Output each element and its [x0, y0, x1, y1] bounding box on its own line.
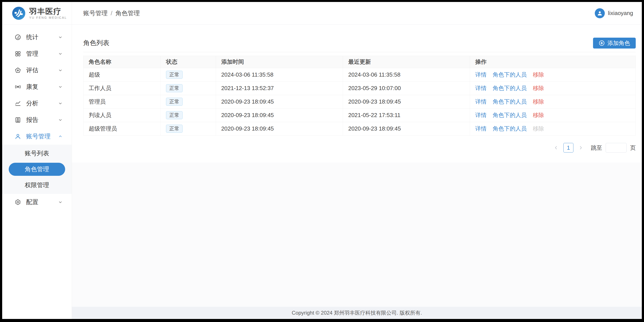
column-header: 操作: [470, 56, 636, 68]
dashboard-icon: [14, 34, 21, 41]
report-icon: [14, 116, 21, 123]
chart-line-icon: [14, 100, 21, 107]
app-window: 羽丰医疗 YU FENG MEDICAL 账号管理 / 角色管理 lixiaoy…: [2, 2, 642, 319]
table-row: 工作人员正常2021-12-13 13:52:372023-05-29 10:0…: [84, 82, 636, 95]
jump-to-label: 跳至: [591, 144, 602, 152]
sidebar-item-统计[interactable]: 统计: [2, 29, 72, 45]
role-list-card: 角色列表 添加角色 角色名称状态添加时间最近更新操作: [72, 24, 642, 162]
sidebar-item-label: 统计: [26, 33, 58, 41]
add-role-button-label: 添加角色: [608, 39, 630, 47]
remove-link[interactable]: 移除: [533, 71, 544, 78]
status-cell: 正常: [160, 122, 216, 136]
created-time-cell: 2020-09-23 18:09:45: [216, 122, 343, 136]
detail-link[interactable]: 详情: [475, 112, 486, 118]
rehab-icon: [14, 83, 21, 90]
updated-time-cell: 2023-05-29 10:07:00: [343, 82, 470, 95]
sidebar-subitem-角色管理[interactable]: 角色管理: [9, 163, 65, 176]
sidebar-menu: 统计管理评估康复分析报告账号管理账号列表角色管理权限管理配置: [2, 24, 72, 319]
role-members-link[interactable]: 角色下的人员: [492, 85, 526, 91]
actions-cell: 详情角色下的人员移除: [470, 82, 636, 95]
role-name-cell: 工作人员: [84, 82, 161, 95]
chevron-down-icon: [58, 118, 62, 122]
sidebar-item-报告[interactable]: 报告: [2, 112, 72, 128]
breadcrumb: 账号管理 / 角色管理: [72, 2, 595, 24]
pentagon-icon: [14, 67, 21, 74]
actions-cell: 详情角色下的人员移除: [470, 109, 636, 122]
detail-link[interactable]: 详情: [475, 71, 486, 78]
role-table: 角色名称状态添加时间最近更新操作 超级正常2024-03-06 11:35:58…: [83, 56, 636, 136]
chevron-down-icon: [58, 68, 62, 72]
next-page-button[interactable]: [577, 143, 585, 153]
role-members-link[interactable]: 角色下的人员: [492, 98, 526, 105]
status-badge: 正常: [166, 84, 182, 92]
remove-link[interactable]: 移除: [533, 98, 544, 105]
prev-page-button[interactable]: [552, 143, 560, 153]
brand-subtitle: YU FENG MEDICAL: [29, 16, 67, 19]
role-name-cell: 判读人员: [84, 109, 161, 122]
chevron-down-icon: [58, 35, 62, 39]
column-header: 添加时间: [216, 56, 343, 68]
created-time-cell: 2020-09-23 18:09:45: [216, 95, 343, 109]
column-header: 角色名称: [84, 56, 161, 68]
chevron-up-icon: [58, 134, 62, 139]
role-name-cell: 超级管理员: [84, 122, 161, 136]
breadcrumb-separator: /: [111, 10, 112, 17]
chevron-down-icon: [58, 52, 62, 56]
gear-icon: [14, 199, 21, 206]
add-role-button[interactable]: 添加角色: [593, 38, 636, 48]
remove-link[interactable]: 移除: [533, 112, 544, 118]
sidebar-item-label: 评估: [26, 66, 58, 74]
user-icon: [14, 133, 21, 140]
role-members-link[interactable]: 角色下的人员: [492, 125, 526, 132]
sidebar-item-label: 账号管理: [26, 132, 58, 141]
sidebar-item-label: 管理: [26, 50, 58, 58]
detail-link[interactable]: 详情: [475, 125, 486, 132]
page-number-button[interactable]: 1: [564, 143, 574, 153]
created-time-cell: 2020-09-23 18:09:45: [216, 109, 343, 122]
sidebar-item-分析[interactable]: 分析: [2, 95, 72, 112]
content-background: [72, 162, 642, 307]
breadcrumb-section[interactable]: 账号管理: [83, 9, 108, 17]
updated-time-cell: 2020-09-23 18:09:45: [343, 122, 470, 136]
table-row: 超级正常2024-03-06 11:35:582024-03-06 11:35:…: [84, 68, 636, 82]
table-row: 管理员正常2020-09-23 18:09:452020-09-23 18:09…: [84, 95, 636, 109]
role-name-cell: 管理员: [84, 95, 161, 109]
sidebar-item-label: 配置: [26, 198, 58, 206]
copyright-text: Copyright © 2024 郑州羽丰医疗科技有限公司. 版权所有.: [292, 309, 422, 316]
sidebar-item-label: 分析: [26, 99, 58, 108]
sidebar-item-账号管理[interactable]: 账号管理: [2, 128, 72, 145]
sidebar-item-label: 康复: [26, 83, 58, 91]
sidebar-item-管理[interactable]: 管理: [2, 45, 72, 62]
page-title: 角色列表: [83, 38, 636, 47]
remove-link: 移除: [533, 125, 544, 132]
remove-link[interactable]: 移除: [533, 85, 544, 91]
title-divider: [83, 52, 636, 52]
role-members-link[interactable]: 角色下的人员: [492, 71, 526, 78]
page-jump-input[interactable]: [606, 143, 626, 153]
sidebar-item-康复[interactable]: 康复: [2, 79, 72, 95]
actions-cell: 详情角色下的人员移除: [470, 68, 636, 82]
column-header: 最近更新: [343, 56, 470, 68]
sidebar-item-评估[interactable]: 评估: [2, 62, 72, 79]
sidebar-subitem-权限管理[interactable]: 权限管理: [2, 177, 72, 193]
pagination: 1 跳至 页: [83, 143, 636, 153]
user-menu[interactable]: lixiaoyang: [595, 2, 642, 24]
user-name: lixiaoyang: [608, 10, 633, 16]
detail-link[interactable]: 详情: [475, 98, 486, 105]
sidebar-subitem-账号列表[interactable]: 账号列表: [2, 146, 72, 161]
status-cell: 正常: [160, 109, 216, 122]
column-header: 状态: [160, 56, 216, 68]
created-time-cell: 2024-03-06 11:35:58: [216, 68, 343, 82]
actions-cell: 详情角色下的人员移除: [470, 122, 636, 136]
status-badge: 正常: [166, 111, 182, 119]
sidebar-item-配置[interactable]: 配置: [2, 194, 72, 210]
detail-link[interactable]: 详情: [475, 85, 486, 91]
role-table-body: 超级正常2024-03-06 11:35:582024-03-06 11:35:…: [84, 68, 636, 136]
role-members-link[interactable]: 角色下的人员: [492, 112, 526, 118]
user-avatar-icon: [595, 8, 605, 18]
status-badge: 正常: [166, 98, 182, 106]
main-content: 角色列表 添加角色 角色名称状态添加时间最近更新操作: [72, 24, 642, 319]
brand-logo: 羽丰医疗 YU FENG MEDICAL: [2, 2, 72, 24]
brand-name: 羽丰医疗: [29, 7, 67, 15]
updated-time-cell: 2021-05-22 17:53:11: [343, 109, 470, 122]
